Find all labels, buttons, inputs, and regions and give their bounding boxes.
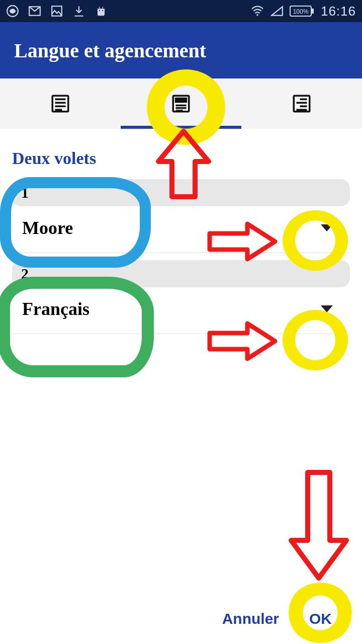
svg-point-5 xyxy=(256,14,258,16)
svg-text:100%: 100% xyxy=(293,8,309,15)
cancel-button[interactable]: Annuler xyxy=(222,610,279,627)
ok-button[interactable]: OK xyxy=(309,610,332,627)
dropdown-arrow-icon xyxy=(321,224,333,231)
download-icon xyxy=(72,5,85,18)
tab-two-pane[interactable] xyxy=(121,78,241,129)
clock-text: 16:16 xyxy=(321,4,356,19)
two-pane-icon xyxy=(170,93,192,114)
signal-icon xyxy=(270,6,284,17)
tab-verse-by-verse[interactable] xyxy=(241,78,362,129)
gmail-icon xyxy=(28,5,41,18)
svg-rect-7 xyxy=(312,9,314,14)
language-name-1: Moore xyxy=(22,217,73,238)
svg-rect-15 xyxy=(175,98,188,103)
tab-single-pane[interactable] xyxy=(0,78,121,129)
verse-pane-icon xyxy=(291,93,312,114)
language-name-2: Français xyxy=(22,298,89,319)
dialog-footer: Annuler OK xyxy=(0,594,362,644)
battery-icon: 100% xyxy=(290,6,315,17)
svg-point-4 xyxy=(102,10,103,11)
phoenix-icon xyxy=(6,5,19,18)
content-area: Deux volets 1 Moore 2 Français xyxy=(0,129,362,594)
gallery-icon xyxy=(50,5,63,18)
page-title: Langue et agencement xyxy=(14,39,206,62)
pane-number-2: 2 xyxy=(12,260,350,287)
single-pane-icon xyxy=(50,93,71,114)
android-icon xyxy=(95,5,108,18)
layout-tabs xyxy=(0,78,362,129)
section-title: Deux volets xyxy=(12,149,350,168)
language-selector-1[interactable]: Moore xyxy=(12,206,350,253)
android-statusbar: 100% 16:16 xyxy=(0,0,362,22)
app-bar: Langue et agencement xyxy=(0,22,362,78)
dropdown-arrow-icon xyxy=(321,305,333,312)
svg-point-3 xyxy=(99,10,100,11)
wifi-icon xyxy=(250,6,264,17)
language-selector-2[interactable]: Français xyxy=(12,287,350,334)
pane-number-1: 1 xyxy=(12,179,350,206)
